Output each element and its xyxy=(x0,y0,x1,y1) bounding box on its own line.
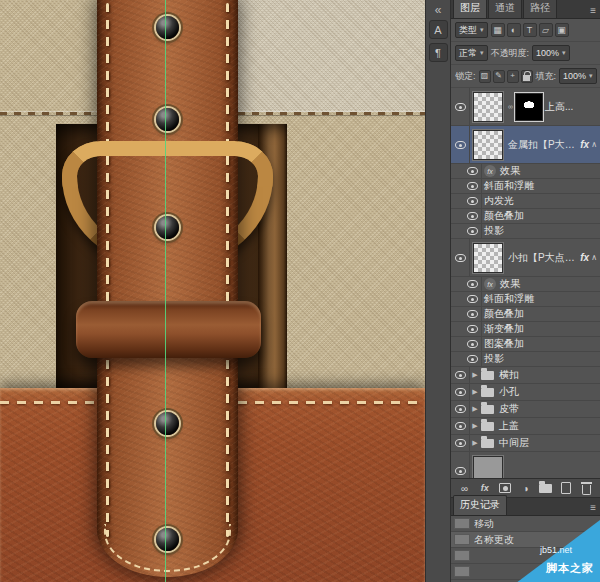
new-group-icon[interactable] xyxy=(539,481,552,495)
visibility-toggle[interactable] xyxy=(463,209,482,223)
filter-shape-layers-icon[interactable]: ▱ xyxy=(539,23,553,37)
rivet xyxy=(156,412,179,435)
tab-paths[interactable]: 路径 xyxy=(523,0,557,18)
history-state-icon xyxy=(454,566,470,577)
eye-icon xyxy=(455,103,466,111)
visibility-toggle[interactable] xyxy=(463,164,482,178)
layer-thumbnail[interactable] xyxy=(473,456,503,479)
panel-menu-icon[interactable]: ≡ xyxy=(588,502,598,515)
expander-icon[interactable]: ▶ xyxy=(470,439,480,447)
visibility-toggle[interactable] xyxy=(463,352,482,366)
visibility-toggle[interactable] xyxy=(451,452,470,478)
link-layers-icon[interactable]: ∞ xyxy=(458,481,471,495)
layer-name: 中间层 xyxy=(497,436,600,450)
layer-row[interactable]: 斜面和浮雕 xyxy=(451,179,600,194)
layer-name: 图案叠加 xyxy=(482,337,600,351)
delete-layer-icon[interactable] xyxy=(580,481,593,495)
visibility-toggle[interactable] xyxy=(451,418,470,434)
visibility-toggle[interactable] xyxy=(451,126,470,163)
layer-thumbnail[interactable] xyxy=(473,92,503,122)
document-canvas[interactable] xyxy=(0,0,425,582)
visibility-toggle[interactable] xyxy=(451,367,470,383)
layer-row[interactable]: ▶皮带 xyxy=(451,401,600,418)
layer-row[interactable]: 金属扣【P大点...fx∧ xyxy=(451,126,600,164)
visibility-toggle[interactable] xyxy=(463,307,482,321)
opacity-value[interactable]: 100% ▾ xyxy=(532,45,570,61)
visibility-toggle[interactable] xyxy=(451,435,470,451)
layer-row[interactable]: ▶横扣 xyxy=(451,367,600,384)
folder-icon xyxy=(481,405,494,414)
fill-value[interactable]: 100% ▾ xyxy=(559,68,597,84)
panel-menu-icon[interactable]: ≡ xyxy=(588,5,598,18)
add-layer-mask-icon[interactable] xyxy=(499,481,512,495)
layer-style-icon[interactable]: fx xyxy=(478,481,491,495)
visibility-toggle[interactable] xyxy=(463,194,482,208)
collapse-effects-icon[interactable]: ∧ xyxy=(591,253,600,262)
visibility-toggle[interactable] xyxy=(463,322,482,336)
vertical-guide-line[interactable] xyxy=(165,0,166,582)
expander-icon[interactable]: ▶ xyxy=(470,422,480,430)
layer-row[interactable]: ▶中间层 xyxy=(451,435,600,452)
visibility-toggle[interactable] xyxy=(463,292,482,306)
tab-history[interactable]: 历史记录 xyxy=(453,495,507,515)
expander-icon[interactable]: ▶ xyxy=(470,371,480,379)
layer-row[interactable]: 投影 xyxy=(451,224,600,239)
layer-mask-thumbnail[interactable] xyxy=(515,93,543,121)
visibility-toggle[interactable] xyxy=(463,277,482,291)
visibility-toggle[interactable] xyxy=(451,384,470,400)
visibility-toggle[interactable] xyxy=(451,239,470,276)
lock-image-pixels-icon[interactable]: ✎ xyxy=(493,70,505,83)
lock-all-icon-shape xyxy=(523,75,530,81)
layer-row[interactable]: 渐变叠加 xyxy=(451,322,600,337)
lock-transparent-pixels-icon[interactable]: ▨ xyxy=(479,70,491,83)
new-layer-icon[interactable] xyxy=(560,481,573,495)
layer-row[interactable]: 颜色叠加 xyxy=(451,209,600,224)
visibility-toggle[interactable] xyxy=(463,224,482,238)
layer-thumbnail[interactable] xyxy=(473,243,503,273)
layer-row[interactable]: 小扣【P大点S】fx∧ xyxy=(451,239,600,277)
filter-kind-select[interactable]: 类型 ▾ xyxy=(455,22,488,38)
layer-row[interactable]: 投影 xyxy=(451,352,600,367)
collapse-dock-icon[interactable]: « xyxy=(429,3,448,16)
lock-position-icon[interactable]: + xyxy=(507,70,519,83)
expander-icon[interactable]: ▶ xyxy=(470,388,480,396)
adjustment-layer-icon[interactable]: ◑ xyxy=(519,481,532,495)
expander-icon[interactable]: ▶ xyxy=(470,405,480,413)
panel-dock-strip: «A¶ xyxy=(425,0,451,582)
layer-row[interactable]: fx效果 xyxy=(451,277,600,292)
layer-row[interactable]: 内发光 xyxy=(451,194,600,209)
filter-adjustment-layers-icon[interactable]: ◐ xyxy=(507,23,521,37)
blend-mode-select[interactable]: 正常 ▾ xyxy=(455,45,488,61)
paragraph-panel-icon[interactable]: ¶ xyxy=(429,43,448,62)
lock-label: 锁定: xyxy=(455,70,476,83)
layer-row[interactable]: fx效果 xyxy=(451,164,600,179)
layer-row[interactable]: ∞上高... xyxy=(451,88,600,126)
effects-icon: fx xyxy=(484,278,496,290)
filter-smart-objects-icon[interactable]: ▣ xyxy=(555,23,569,37)
layer-row[interactable]: ▶小孔 xyxy=(451,384,600,401)
eye-icon xyxy=(467,295,478,303)
character-panel-icon[interactable]: A xyxy=(429,20,448,39)
eye-icon xyxy=(455,405,466,413)
visibility-toggle[interactable] xyxy=(451,401,470,417)
rivet xyxy=(156,108,179,131)
layer-thumbnail[interactable] xyxy=(473,130,503,160)
tab-channels[interactable]: 通道 xyxy=(488,0,522,18)
filter-type-layers-icon[interactable]: T xyxy=(523,23,537,37)
link-layers-icon-glyph: ∞ xyxy=(461,483,468,494)
watermark-url: jb51.net xyxy=(540,545,572,555)
layer-row[interactable]: 颜色叠加 xyxy=(451,307,600,322)
visibility-toggle[interactable] xyxy=(463,337,482,351)
lock-all-icon[interactable] xyxy=(521,70,533,83)
layer-row[interactable]: 斜面和浮雕 xyxy=(451,292,600,307)
layer-row[interactable]: ▶上盖 xyxy=(451,418,600,435)
layer-row[interactable]: 图案叠加 xyxy=(451,337,600,352)
collapse-effects-icon[interactable]: ∧ xyxy=(591,140,600,149)
eye-icon xyxy=(455,141,466,149)
filter-pixel-layers-icon[interactable]: ▦ xyxy=(491,23,505,37)
tab-layers[interactable]: 图层 xyxy=(453,0,487,18)
eye-icon xyxy=(467,355,478,363)
layer-row[interactable] xyxy=(451,452,600,478)
visibility-toggle[interactable] xyxy=(463,179,482,193)
visibility-toggle[interactable] xyxy=(451,88,470,125)
